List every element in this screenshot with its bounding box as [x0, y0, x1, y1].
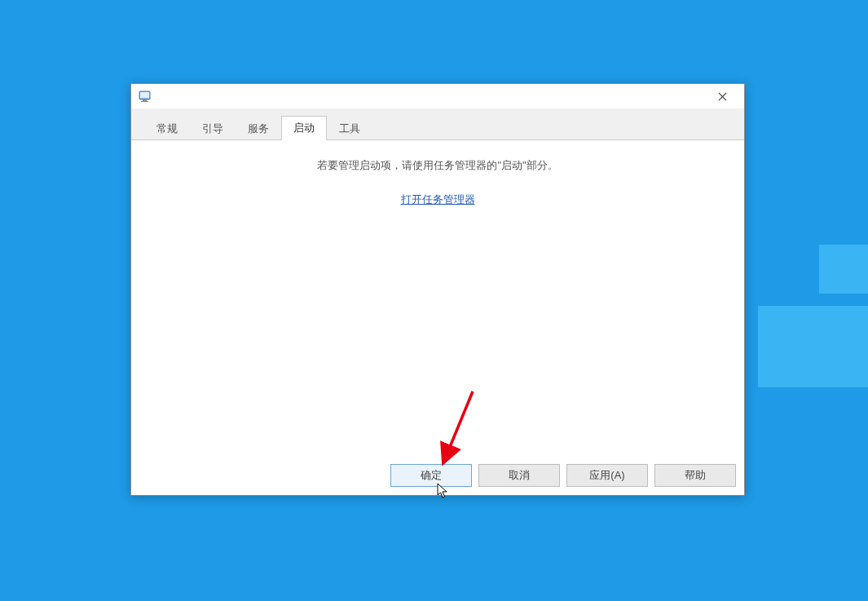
- close-icon: [718, 91, 727, 103]
- button-label: 取消: [509, 468, 530, 483]
- tab-label: 工具: [339, 122, 360, 135]
- help-button[interactable]: 帮助: [654, 464, 736, 487]
- titlebar[interactable]: [131, 84, 744, 108]
- tab-services[interactable]: 服务: [236, 117, 281, 140]
- open-task-manager-link[interactable]: 打开任务管理器: [401, 192, 475, 207]
- tab-label: 引导: [202, 122, 223, 135]
- tab-label: 启动: [293, 122, 315, 134]
- tab-startup[interactable]: 启动: [281, 116, 327, 140]
- button-label: 帮助: [685, 468, 706, 483]
- close-button[interactable]: [705, 86, 739, 107]
- tab-tools[interactable]: 工具: [327, 117, 372, 140]
- svg-rect-2: [143, 99, 147, 101]
- desktop-light-band: [758, 306, 868, 387]
- msconfig-icon: [138, 89, 152, 104]
- button-label: 应用(A): [589, 468, 624, 483]
- startup-info-text: 若要管理启动项，请使用任务管理器的"启动"部分。: [262, 158, 614, 173]
- dialog-button-row: 确定 取消 应用(A) 帮助: [390, 464, 736, 487]
- tab-content-startup: 若要管理启动项，请使用任务管理器的"启动"部分。 打开任务管理器 确定 取消 应…: [131, 139, 744, 495]
- msconfig-window: 常规 引导 服务 启动 工具 若要管理启动项，请使用任务管理器的"启动"部分。 …: [130, 83, 745, 496]
- ok-button[interactable]: 确定: [390, 464, 472, 487]
- svg-rect-1: [140, 92, 149, 98]
- tab-general[interactable]: 常规: [144, 117, 190, 140]
- cancel-button[interactable]: 取消: [478, 464, 560, 487]
- apply-button[interactable]: 应用(A): [566, 464, 648, 487]
- button-label: 确定: [421, 468, 442, 483]
- tab-label: 服务: [248, 122, 269, 135]
- tab-label: 常规: [156, 122, 178, 135]
- tabs-row: 常规 引导 服务 启动 工具: [131, 108, 744, 139]
- desktop-light-band: [819, 245, 868, 294]
- tab-boot[interactable]: 引导: [190, 117, 236, 140]
- svg-rect-3: [141, 101, 148, 102]
